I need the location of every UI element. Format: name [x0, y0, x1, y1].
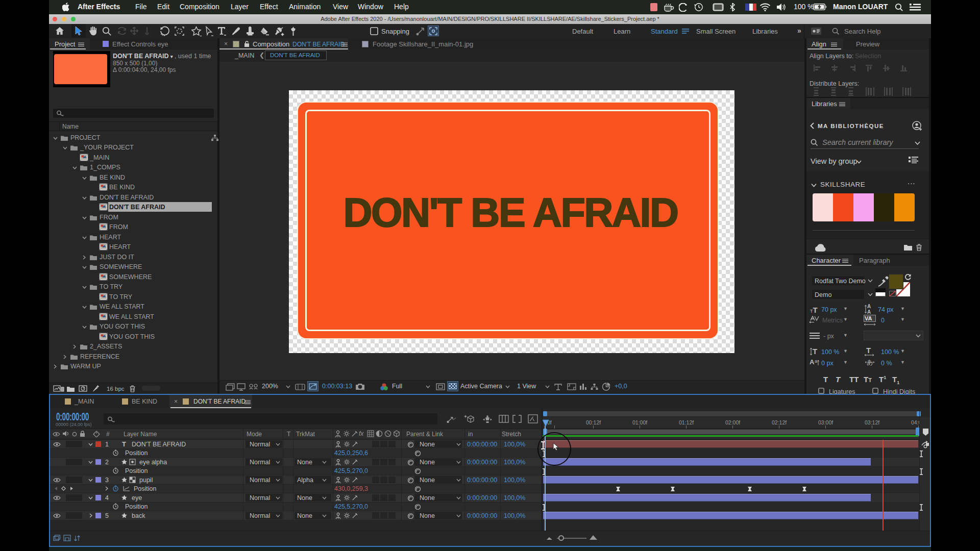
svg-text:A: A [810, 358, 815, 366]
svg-text:A: A [867, 304, 871, 309]
svg-text:A: A [867, 309, 871, 315]
svg-text:T: T [813, 347, 817, 356]
svg-text:T: T [866, 347, 871, 355]
svg-text:a: a [815, 359, 817, 364]
